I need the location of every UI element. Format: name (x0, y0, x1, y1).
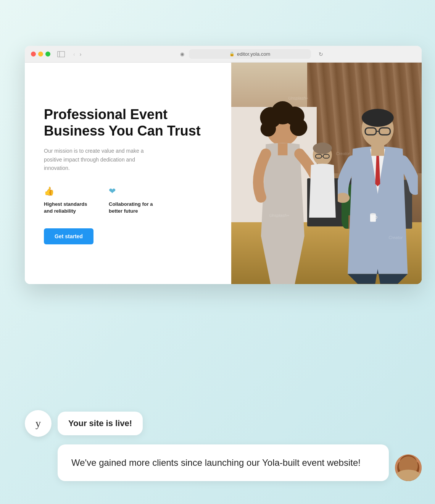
heart-icon: ❤ (109, 186, 158, 196)
privacy-icon: ◉ (180, 51, 184, 57)
svg-point-28 (397, 462, 403, 474)
browser-titlebar: ‹ › ◉ 🔒 editor.yola.com ↻ (25, 46, 422, 63)
watermark-1: Unsplash+ (288, 96, 308, 100)
figure-man (338, 102, 418, 284)
website-left-panel: Professional Event Business You Can Trus… (25, 63, 231, 284)
address-bar[interactable]: 🔒 editor.yola.com (189, 49, 311, 59)
watermark-3: Unsplash+ (269, 213, 289, 218)
nav-arrows: ‹ › (72, 50, 83, 58)
url-text: editor.yola.com (237, 51, 270, 57)
svg-point-26 (399, 464, 417, 473)
svg-point-7 (260, 121, 276, 136)
svg-rect-15 (371, 145, 384, 156)
back-arrow[interactable]: ‹ (72, 50, 77, 58)
thumbs-up-icon: 👍 (44, 186, 93, 196)
svg-point-11 (362, 109, 394, 127)
hero-subtitle: Our mission is to create value and make … (44, 147, 151, 172)
sidebar-toggle[interactable] (55, 50, 67, 58)
svg-point-27 (402, 459, 414, 473)
watermark-4: Creator (388, 235, 403, 240)
reload-button[interactable]: ↻ (319, 51, 323, 57)
watermark-2: Creator (336, 151, 350, 156)
site-live-text: Your site is live! (68, 418, 132, 428)
feature-collaborating-label: Collaborating for a better future (109, 201, 158, 215)
user-avatar (395, 454, 422, 481)
user-avatar-svg (395, 454, 422, 481)
close-button[interactable] (31, 52, 36, 57)
website-content: Professional Event Business You Can Trus… (25, 63, 422, 284)
website-hero-image: Unsplash+ Creator Unsplash+ Creator (231, 63, 422, 284)
figure-background (303, 129, 342, 218)
svg-point-29 (413, 462, 419, 474)
testimonial-bubble: We've gained more clients since launchin… (58, 444, 389, 481)
svg-point-25 (400, 455, 417, 469)
svg-point-23 (370, 213, 376, 215)
lock-icon: 🔒 (229, 52, 235, 57)
minimize-button[interactable] (38, 52, 43, 57)
testimonial-text: We've gained more clients since launchin… (71, 457, 361, 468)
chat-message-1: y Your site is live! (25, 410, 422, 437)
address-bar-wrapper: ◉ 🔒 editor.yola.com ↻ (87, 49, 416, 59)
chat-section: y Your site is live! We've gained more c… (25, 410, 422, 481)
feature-standards-label: Highest standards and reliability (44, 201, 93, 215)
svg-rect-8 (278, 143, 287, 155)
feature-standards: 👍 Highest standards and reliability (44, 186, 93, 215)
yola-avatar: y (25, 410, 52, 437)
yola-letter: y (35, 417, 41, 430)
forward-arrow[interactable]: › (78, 50, 83, 58)
svg-point-18 (313, 142, 332, 154)
svg-rect-0 (58, 51, 65, 57)
site-live-bubble: Your site is live! (58, 412, 143, 435)
feature-collaborating: ❤ Collaborating for a better future (109, 186, 158, 215)
svg-rect-22 (370, 214, 376, 222)
features-row: 👍 Highest standards and reliability ❤ Co… (44, 186, 212, 215)
chat-message-2: We've gained more clients since launchin… (25, 444, 422, 481)
hero-photo-scene: Unsplash+ Creator Unsplash+ Creator (231, 63, 422, 284)
coffee-cup (368, 209, 378, 226)
browser-window: ‹ › ◉ 🔒 editor.yola.com ↻ Professional E… (25, 46, 422, 284)
maximize-button[interactable] (45, 52, 50, 57)
svg-point-30 (401, 473, 416, 481)
hero-title: Professional Event Business You Can Trus… (44, 106, 212, 139)
get-started-button[interactable]: Get started (44, 228, 93, 244)
traffic-lights (31, 52, 50, 57)
